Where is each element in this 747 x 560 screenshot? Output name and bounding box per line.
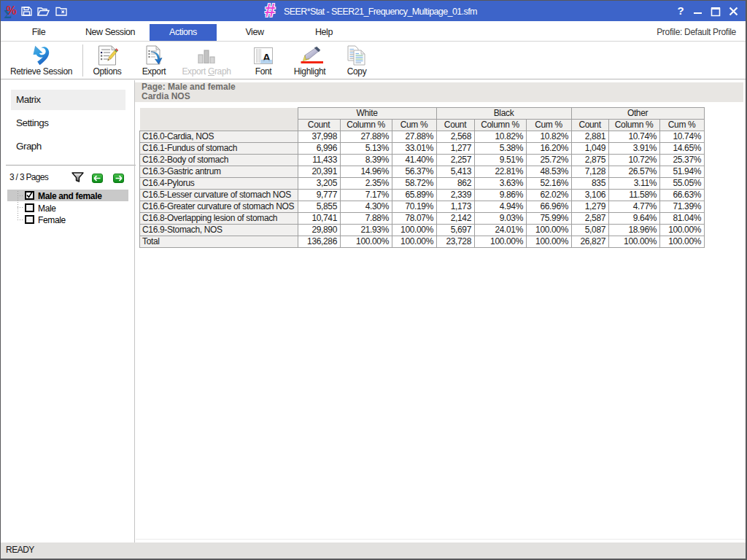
svg-text:%: %: [7, 4, 17, 17]
